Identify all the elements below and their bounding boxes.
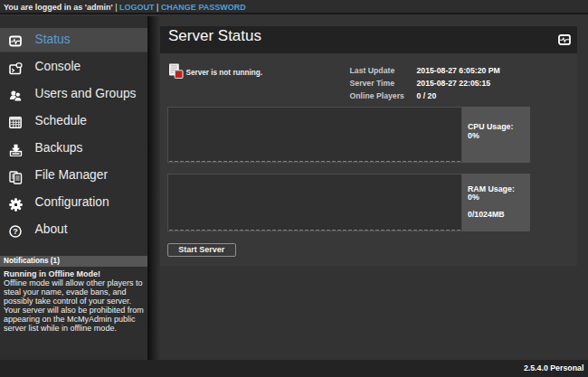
svg-text:?: ? <box>13 227 18 236</box>
